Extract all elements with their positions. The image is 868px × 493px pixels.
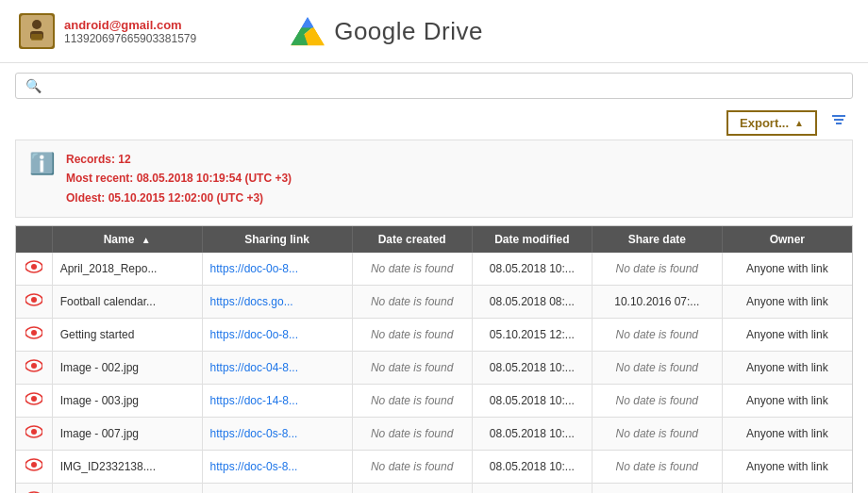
row-date-modified: 08.05.2018 10:... — [472, 253, 592, 286]
row-sharing-link[interactable]: https://doc-0s-8... — [202, 418, 352, 451]
table-body: April_2018_Repo... https://doc-0o-8... N… — [16, 253, 852, 493]
row-icon[interactable] — [16, 385, 52, 418]
svg-marker-11 — [302, 17, 314, 27]
table-row: IMG_ID2332138.... https://doc-0s-8... No… — [16, 451, 852, 484]
export-button[interactable]: Export... ▲ — [726, 110, 817, 136]
table-row: Image - 003.jpg https://doc-14-8... No d… — [16, 385, 852, 418]
svg-point-1 — [32, 20, 42, 29]
header: android@gmail.com 113920697665903381579 … — [0, 0, 868, 63]
row-sharing-link[interactable]: https://doc-0o-8... — [202, 253, 352, 286]
svg-point-19 — [31, 264, 37, 270]
col-header-name[interactable]: Name ▲ — [52, 226, 202, 253]
table-row: Image - 002.jpg https://doc-04-8... No d… — [16, 352, 852, 385]
account-id: 113920697665903381579 — [64, 32, 196, 45]
row-sharing-link[interactable]: https://doc-04-8... — [202, 484, 352, 493]
row-owner: Anyone with link — [722, 418, 852, 451]
row-date-modified: 08.05.2018 10:... — [472, 484, 592, 493]
table-header: Name ▲ Sharing link Date created Date mo… — [16, 226, 852, 253]
row-owner: Anyone with link — [722, 319, 852, 352]
account-info-block: android@gmail.com 113920697665903381579 — [19, 13, 196, 49]
row-date-modified: 08.05.2018 10:... — [472, 418, 592, 451]
row-icon[interactable] — [16, 451, 52, 484]
col-header-share-date: Share date — [592, 226, 722, 253]
avatar — [19, 13, 55, 49]
search-icon: 🔍 — [25, 78, 42, 93]
col-header-owner: Owner — [722, 226, 852, 253]
row-share-date: No date is found — [592, 451, 722, 484]
row-sharing-link[interactable]: https://doc-0s-8... — [202, 451, 352, 484]
records-value: 12 — [118, 153, 130, 166]
table-row: Football calendar... https://docs.go... … — [16, 286, 852, 319]
table-row: April_2018_Repo... https://doc-0o-8... N… — [16, 253, 852, 286]
row-name: April_2018_Repo... — [52, 253, 202, 286]
col-header-date-modified: Date modified — [472, 226, 592, 253]
row-name: IMG_ID2332138.... — [52, 451, 202, 484]
row-sharing-link[interactable]: https://docs.go... — [202, 286, 352, 319]
row-owner: Anyone with link — [722, 385, 852, 418]
row-date-modified: 05.10.2015 12:... — [472, 319, 592, 352]
svg-point-25 — [31, 363, 37, 369]
search-bar-row: 🔍 — [0, 63, 868, 107]
row-share-date: No date is found — [592, 319, 722, 352]
row-icon[interactable] — [16, 352, 52, 385]
oldest-value: 05.10.2015 12:02:00 (UTC +3) — [108, 191, 263, 205]
row-owner: Anyone with link — [722, 352, 852, 385]
row-share-date: No date is found — [592, 352, 722, 385]
row-sharing-link[interactable]: https://doc-0o-8... — [202, 319, 352, 352]
row-name: IMG_ID2445985.... — [52, 484, 202, 493]
row-date-created: No date is found — [352, 352, 472, 385]
search-input[interactable] — [47, 79, 843, 93]
row-icon[interactable] — [16, 253, 52, 286]
row-date-created: No date is found — [352, 484, 472, 493]
row-date-modified: 08.05.2018 10:... — [472, 352, 592, 385]
brand-block: Google Drive — [291, 16, 483, 46]
brand-name: Google Drive — [334, 17, 483, 46]
row-date-created: No date is found — [352, 286, 472, 319]
most-recent-label: Most recent: — [66, 172, 133, 185]
records-line: Records: 12 — [66, 150, 292, 169]
info-text: Records: 12 Most recent: 08.05.2018 10:1… — [66, 150, 292, 207]
row-sharing-link[interactable]: https://doc-14-8... — [202, 385, 352, 418]
row-share-date: No date is found — [592, 418, 722, 451]
row-date-modified: 08.05.2018 08:... — [472, 286, 592, 319]
row-date-modified: 08.05.2018 10:... — [472, 385, 592, 418]
row-date-created: No date is found — [352, 253, 472, 286]
export-label: Export... — [740, 116, 789, 130]
row-icon[interactable] — [16, 286, 52, 319]
row-icon[interactable] — [16, 484, 52, 493]
chevron-down-icon: ▲ — [794, 118, 804, 128]
svg-rect-3 — [31, 34, 42, 41]
table-row: IMG_ID2445985.... https://doc-04-8... No… — [16, 484, 852, 493]
file-table-container: Name ▲ Sharing link Date created Date mo… — [15, 225, 853, 493]
table-row: Image - 007.jpg https://doc-0s-8... No d… — [16, 418, 852, 451]
row-icon[interactable] — [16, 418, 52, 451]
file-table: Name ▲ Sharing link Date created Date mo… — [16, 226, 852, 493]
oldest-label: Oldest: — [66, 191, 105, 205]
row-name: Image - 007.jpg — [52, 418, 202, 451]
row-share-date: No date is found — [592, 484, 722, 493]
row-sharing-link[interactable]: https://doc-04-8... — [202, 352, 352, 385]
row-name: Getting started — [52, 319, 202, 352]
account-details: android@gmail.com 113920697665903381579 — [64, 18, 196, 45]
row-date-created: No date is found — [352, 418, 472, 451]
most-recent-line: Most recent: 08.05.2018 10:19:54 (UTC +3… — [66, 169, 292, 188]
info-box: ℹ️ Records: 12 Most recent: 08.05.2018 1… — [15, 140, 853, 218]
row-icon[interactable] — [16, 319, 52, 352]
row-share-date: No date is found — [592, 385, 722, 418]
row-date-modified: 08.05.2018 10:... — [472, 451, 592, 484]
svg-point-27 — [31, 396, 37, 402]
svg-point-29 — [31, 429, 37, 435]
table-row: Getting started https://doc-0o-8... No d… — [16, 319, 852, 352]
row-date-created: No date is found — [352, 319, 472, 352]
col-header-date-created: Date created — [352, 226, 472, 253]
sort-arrow-icon: ▲ — [142, 235, 151, 245]
svg-point-23 — [31, 330, 37, 336]
info-icon: ℹ️ — [29, 152, 55, 176]
row-date-created: No date is found — [352, 385, 472, 418]
row-date-created: No date is found — [352, 451, 472, 484]
most-recent-value: 08.05.2018 10:19:54 (UTC +3) — [137, 172, 292, 185]
oldest-line: Oldest: 05.10.2015 12:02:00 (UTC +3) — [66, 189, 292, 207]
row-owner: Anyone with link — [722, 253, 852, 286]
search-bar-container: 🔍 — [15, 73, 853, 99]
filter-button[interactable] — [825, 110, 853, 136]
